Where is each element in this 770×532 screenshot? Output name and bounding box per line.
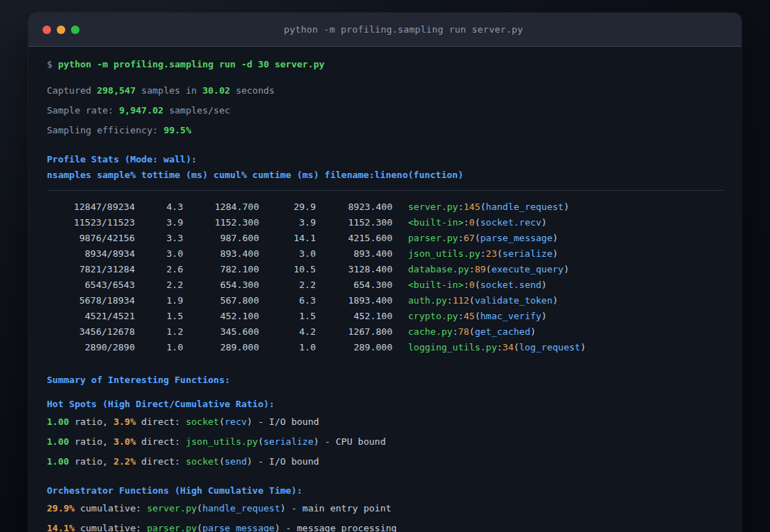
- function-name: get_cached: [475, 326, 530, 337]
- role-note: - main entry point: [286, 503, 392, 514]
- function-cell: crypto.py:45(hmac_verify): [408, 311, 547, 321]
- close-button[interactable]: [43, 26, 51, 34]
- direct-pct: 3.0%: [114, 436, 136, 447]
- tottime-cell: 782.100: [183, 262, 259, 277]
- close-paren: ): [553, 295, 559, 306]
- table-column-header: nsamples sample% tottime (ms) cumul% cum…: [47, 167, 723, 183]
- cumtime-cell: 1893.400: [316, 293, 392, 309]
- close-paren: ): [581, 342, 586, 353]
- open-paren: (: [475, 233, 480, 243]
- function-name: serialize: [263, 436, 313, 447]
- sample-pct-cell: 1.2: [135, 324, 183, 340]
- cumul-pct-cell: 4.2: [259, 324, 316, 340]
- line-number: 78: [458, 326, 469, 337]
- cumul-pct-cell: 1.5: [259, 309, 316, 324]
- function-name: recv: [225, 416, 247, 427]
- table-row: 3456/126781.2345.6004.21267.800cache.py:…: [47, 324, 723, 340]
- open-paren: (: [497, 248, 502, 259]
- function-cell: cache.py:78(get_cached): [408, 326, 536, 337]
- hotspots-list: 1.00 ratio, 3.9% direct: socket(recv) - …: [47, 412, 723, 472]
- hotspots-heading: Hot Spots (High Direct/Cumulative Ratio)…: [47, 397, 723, 412]
- cumtime-cell: 8923.400: [316, 199, 392, 215]
- filename: <built-in>: [408, 279, 463, 290]
- open-paren: (: [475, 279, 480, 290]
- function-cell: logging_utils.py:34(log_request): [408, 342, 585, 353]
- efficiency-value: 99.5%: [163, 125, 191, 135]
- function-cell: parser.py:67(parse_message): [408, 233, 558, 243]
- tottime-cell: 1152.300: [183, 215, 259, 231]
- nsamples-cell: 9876/42156: [47, 231, 135, 246]
- table-row: 2890/28901.0289.0001.0289.000logging_uti…: [47, 340, 723, 355]
- tottime-cell: 289.000: [183, 340, 259, 355]
- function-name: parse_message: [480, 233, 553, 243]
- line-number: 145: [463, 201, 480, 212]
- ratio-value: 1.00: [47, 416, 69, 427]
- open-paren: (: [197, 523, 202, 532]
- zoom-button[interactable]: [71, 26, 79, 34]
- filename: server.py: [408, 201, 458, 212]
- sample-pct-cell: 3.9: [135, 215, 183, 231]
- table-row: 8934/89343.0893.4003.0893.400json_utils.…: [47, 246, 723, 262]
- tottime-cell: 567.800: [183, 293, 259, 309]
- samples-count: 298,547: [97, 85, 136, 96]
- colon-separator: :: [480, 248, 486, 259]
- nsamples-cell: 3456/12678: [47, 324, 135, 340]
- bound-note: - I/O bound: [253, 456, 319, 467]
- sample-pct-cell: 3.3: [135, 231, 183, 246]
- orchestrator-line: 29.9% cumulative: server.py(handle_reque…: [47, 499, 723, 519]
- capture-stats: Captured 298,547 samples in 30.02 second…: [47, 81, 723, 140]
- function-name: validate_token: [475, 295, 553, 306]
- window-title: python -m profiling.sampling run server.…: [79, 24, 727, 35]
- command-line: $ python -m profiling.sampling run -d 30…: [47, 57, 723, 72]
- target-name: socket: [186, 416, 219, 427]
- target-name: server.py: [147, 503, 197, 514]
- table-row: 9876/421563.3987.60014.14215.600parser.p…: [47, 231, 723, 246]
- close-paren: ): [563, 201, 569, 212]
- sample-pct-cell: 3.0: [135, 246, 183, 262]
- terminal-window: python -m profiling.sampling run server.…: [28, 13, 742, 532]
- close-paren: ): [275, 523, 280, 532]
- nsamples-cell: 11523/11523: [47, 215, 135, 231]
- close-paren: ): [530, 326, 536, 337]
- target-name: json_utils.py: [186, 436, 258, 447]
- command-text: python -m profiling.sampling run -d 30 s…: [58, 59, 325, 70]
- cumulative-pct: 14.1%: [47, 523, 75, 532]
- filename: cache.py: [408, 326, 453, 337]
- function-name: handle_request: [486, 201, 564, 212]
- terminal-body[interactable]: $ python -m profiling.sampling run -d 30…: [28, 47, 742, 532]
- close-paren: ): [280, 503, 286, 514]
- title-bar: python -m profiling.sampling run server.…: [28, 13, 742, 47]
- table-row: 7821/312842.6782.10010.53128.400database…: [47, 262, 723, 277]
- tottime-cell: 987.600: [183, 231, 259, 246]
- colon-separator: :: [447, 295, 453, 306]
- nsamples-cell: 12847/89234: [47, 199, 135, 215]
- function-name: socket.send: [480, 279, 541, 290]
- cumul-pct-cell: 1.0: [259, 340, 316, 355]
- sample-pct-cell: 2.6: [135, 262, 183, 277]
- line-number: 67: [463, 233, 475, 243]
- cumtime-cell: 1267.800: [316, 324, 392, 340]
- cumul-pct-cell: 6.3: [259, 293, 316, 309]
- direct-pct: 3.9%: [114, 416, 136, 427]
- filename: crypto.py: [408, 311, 458, 321]
- open-paren: (: [469, 326, 475, 337]
- table-row: 6543/65432.2654.3002.2654.300<built-in>:…: [47, 277, 723, 293]
- close-paren: ): [541, 279, 547, 290]
- function-name: hmac_verify: [480, 311, 541, 321]
- open-paren: (: [219, 416, 225, 427]
- function-name: execute_query: [491, 264, 563, 275]
- cumtime-cell: 289.000: [316, 340, 392, 355]
- nsamples-cell: 8934/8934: [47, 246, 135, 262]
- table-row: 4521/45211.5452.1001.5452.100crypto.py:4…: [47, 309, 723, 324]
- nsamples-cell: 4521/4521: [47, 309, 135, 324]
- open-paren: (: [219, 456, 225, 467]
- minimize-button[interactable]: [57, 26, 65, 34]
- summary-heading: Summary of Interesting Functions:: [47, 372, 723, 388]
- close-paren: ): [563, 264, 569, 275]
- hotspot-line: 1.00 ratio, 3.9% direct: socket(recv) - …: [47, 412, 723, 432]
- close-paren: ): [553, 233, 559, 243]
- cumulative-pct: 29.9%: [47, 503, 75, 514]
- filename: logging_utils.py: [408, 342, 497, 353]
- close-paren: ): [247, 416, 253, 427]
- cumul-pct-cell: 2.2: [259, 277, 316, 293]
